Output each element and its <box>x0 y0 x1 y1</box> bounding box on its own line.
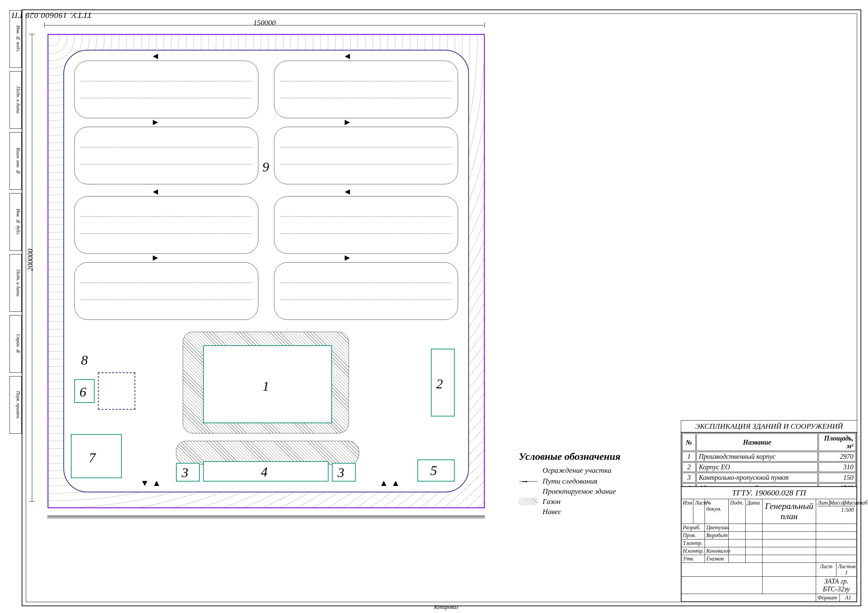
tb-role-row: Т.контр. <box>682 539 857 547</box>
tb-list2: Лист <box>816 563 836 576</box>
parking-bay <box>74 60 258 118</box>
legend-item: Газон <box>542 497 561 506</box>
parking-bay <box>274 262 458 320</box>
tb-lit: Лит. <box>817 500 830 506</box>
building-1: 1 <box>203 345 332 423</box>
col-num: № <box>682 433 696 451</box>
site-fence: 9 ◄◄ ►► ◄◄ <box>48 34 485 508</box>
tb-title-2: план <box>764 511 814 522</box>
tb-doc-code: ТГТУ. 190600.028 ГП <box>682 487 857 499</box>
stamp: Подп. и дата <box>9 71 22 129</box>
stamp: Взам. инв. № <box>9 132 22 190</box>
stamp: Перв. примен. <box>9 376 22 434</box>
legend-item: Ограждение участка <box>542 466 611 475</box>
building-4: 4 <box>203 461 329 481</box>
legend-title: Условные обозначения <box>519 451 668 462</box>
canopy-6 <box>98 372 135 410</box>
building-3b: 3 <box>332 463 356 481</box>
tb-org: ЗАТА гр. БТС-32зу <box>816 577 857 594</box>
expl-row: 1Производственный корпус2970 <box>682 452 856 461</box>
tb-izm: Изм <box>682 499 693 523</box>
label-5: 5 <box>430 463 437 478</box>
parking-bay <box>74 196 258 254</box>
label-3b: 3 <box>338 464 344 480</box>
tb-title-1: Генеральный <box>764 501 814 511</box>
stamp: Справ. № <box>9 315 22 373</box>
tb-role-row: Утв.Глазков <box>682 555 857 562</box>
building-6: 6 <box>74 379 95 403</box>
parking-bay <box>274 196 458 254</box>
building-5: 5 <box>417 460 455 481</box>
swatch-path <box>519 477 538 485</box>
tb-list: Лист <box>693 499 705 523</box>
title-block: ТГТУ. 190600.028 ГП Изм Лист № докум. По… <box>681 486 857 602</box>
expl-title: ЭКСПЛИКАЦИЯ ЗДАНИЙ И СООРУЖЕНИЙ <box>681 420 857 432</box>
label-6: 6 <box>79 384 86 400</box>
legend-item: Навес <box>542 507 561 516</box>
parking-area: 9 ◄◄ ►► ◄◄ <box>74 60 458 318</box>
expl-row: 3Контрольно-пропускной пункт150 <box>682 473 856 483</box>
legend: Условные обозначения Ограждение участка … <box>519 451 668 517</box>
parking-bay <box>274 127 458 184</box>
footer-kopiroval: Копировал <box>434 604 459 610</box>
stamp: Подп. и дата <box>9 254 22 312</box>
label-8: 8 <box>81 352 88 368</box>
swatch-fence <box>519 468 538 475</box>
label-3: 3 <box>182 464 189 480</box>
building-2: 2 <box>431 349 455 416</box>
dimension-left: 200000 <box>27 34 37 502</box>
tb-podp: Подп. <box>728 499 745 523</box>
tb-format: Формат <box>816 594 840 602</box>
tb-role-row: Пров.Воробьёв <box>682 531 857 539</box>
parking-bay <box>74 262 258 320</box>
tb-mash: Масштаб <box>844 500 867 506</box>
swatch-canopy <box>519 508 538 515</box>
label-1: 1 <box>262 378 269 394</box>
tb-listov: Листов <box>838 563 856 569</box>
legend-item: Пути следования <box>542 477 597 486</box>
building-3a: 3 <box>176 463 200 481</box>
ground-lines <box>48 516 485 519</box>
binding-stamps: Инв. № подл. Подп. и дата Взам. инв. № И… <box>9 10 22 603</box>
label-4: 4 <box>261 464 268 480</box>
tb-role-row: Разраб.Цветухин <box>682 523 857 531</box>
label-7: 7 <box>89 450 96 466</box>
tb-scale: 1:500 <box>817 506 855 514</box>
parking-bay <box>74 127 258 184</box>
building-7: 7 <box>71 434 122 478</box>
stamp: Инв. № подл. <box>9 10 22 68</box>
inner-road: 9 ◄◄ ►► ◄◄ <box>64 50 469 492</box>
stamp: Инв. № дубл. <box>9 193 22 251</box>
swatch-lawn <box>519 498 538 505</box>
tb-massa: Масса <box>830 500 845 506</box>
legend-item: Проектируемое здание <box>542 487 616 496</box>
tb-format-v: A1 <box>840 594 857 602</box>
parking-bay <box>274 60 458 118</box>
dim-height: 200000 <box>26 249 34 271</box>
tb-data: Дата <box>745 499 762 523</box>
swatch-building <box>519 488 538 495</box>
expl-row: 2Корпус ЕО310 <box>682 462 856 472</box>
tb-ndok: № докум. <box>705 499 728 523</box>
dim-width: 150000 <box>44 18 485 27</box>
dimension-top: 150000 <box>44 20 485 31</box>
col-name: Название <box>696 433 818 451</box>
label-2: 2 <box>436 376 443 392</box>
tb-role-row: Н.контр.Коновалов <box>682 547 857 555</box>
col-area: Площадь, м² <box>818 433 856 451</box>
site-plan: 150000 200000 9 ◄◄ ►► <box>44 20 485 529</box>
